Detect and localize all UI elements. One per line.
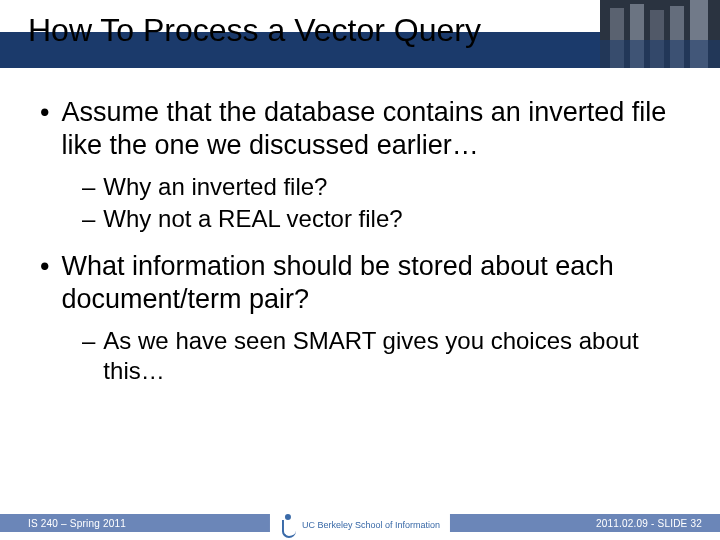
bullet-text: Assume that the database contains an inv… <box>61 96 684 162</box>
slide-body: • Assume that the database contains an i… <box>0 68 720 386</box>
bullet-text: As we have seen SMART gives you choices … <box>103 326 684 386</box>
bullet-text: Why not a REAL vector file? <box>103 204 402 234</box>
bullet-marker: – <box>82 204 95 234</box>
bullet-marker: – <box>82 172 95 202</box>
footer-course-label: IS 240 – Spring 2011 <box>28 518 126 529</box>
bullet-marker: • <box>40 96 49 162</box>
bullet-level-2: – As we have seen SMART gives you choice… <box>82 326 684 386</box>
bullet-level-1: • What information should be stored abou… <box>36 250 684 316</box>
slide-title: How To Process a Vector Query <box>28 12 481 49</box>
footer-logo-text: UC Berkeley School of Information <box>302 521 440 530</box>
bullet-level-1: • Assume that the database contains an i… <box>36 96 684 162</box>
footer-date-slide: 2011.02.09 - SLIDE 32 <box>596 518 702 529</box>
footer-logo: UC Berkeley School of Information <box>270 512 450 538</box>
bullet-text: Why an inverted file? <box>103 172 327 202</box>
slide-footer: IS 240 – Spring 2011 2011.02.09 - SLIDE … <box>0 512 720 540</box>
svg-rect-6 <box>600 40 720 68</box>
bullet-level-2: – Why not a REAL vector file? <box>82 204 684 234</box>
header-decorative-photo <box>600 0 720 68</box>
bullet-text: What information should be stored about … <box>61 250 684 316</box>
slide-header: How To Process a Vector Query <box>0 0 720 68</box>
bullet-level-2: – Why an inverted file? <box>82 172 684 202</box>
bullet-marker: • <box>40 250 49 316</box>
bullet-marker: – <box>82 326 95 386</box>
ischool-logo-icon <box>280 514 296 536</box>
